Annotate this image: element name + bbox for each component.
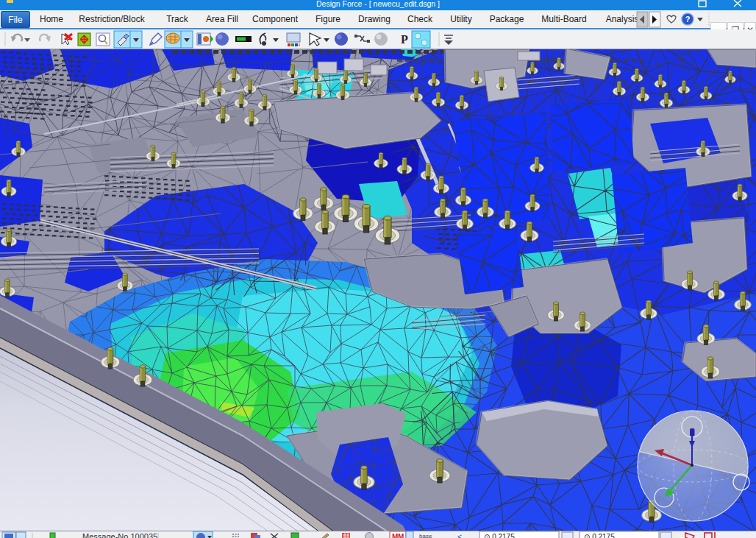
svg-text:Message-No 100035: Message-No 100035 [82, 532, 157, 538]
svg-text:⊙ 0.2175: ⊙ 0.2175 [584, 533, 615, 538]
svg-text:P: P [401, 33, 408, 46]
svg-text:<: < [457, 532, 462, 538]
svg-text:?: ? [685, 15, 691, 24]
svg-text:base: base [419, 533, 432, 538]
svg-text:Design Force - [ newecu_edit.d: Design Force - [ newecu_edit.dsgn ] [316, 0, 440, 8]
svg-text:M: M [398, 533, 404, 538]
svg-text:⊙ 0.2175: ⊙ 0.2175 [484, 533, 515, 538]
